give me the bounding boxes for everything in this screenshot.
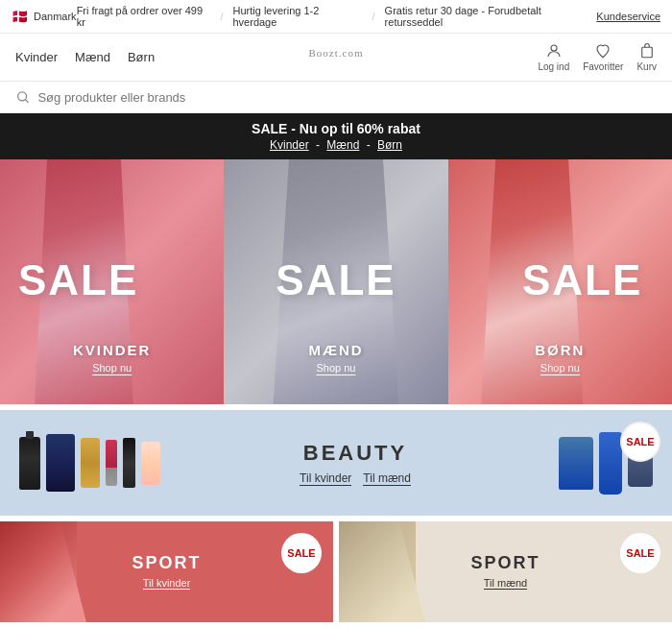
women-shop-link[interactable]: Shop nu xyxy=(92,362,132,375)
product-compact xyxy=(141,442,160,485)
hero-panel-women[interactable]: SALE KVINDER Shop nu xyxy=(0,159,224,404)
women-category: KVINDER xyxy=(73,342,152,358)
beauty-products-left xyxy=(0,434,230,492)
beauty-center: BEAUTY Til kvinder Til mænd xyxy=(230,441,480,486)
separator-2: / xyxy=(372,11,375,22)
cart-icon[interactable]: Kurv xyxy=(636,42,657,72)
product-mascara xyxy=(123,438,135,488)
kiehl-product xyxy=(559,437,593,490)
site-logo[interactable]: Boozt.com xyxy=(309,42,364,73)
beauty-links: Til kvinder Til mænd xyxy=(230,471,480,486)
svg-rect-1 xyxy=(641,47,652,58)
main-nav: Kvinder Mænd Børn xyxy=(15,50,155,64)
nav-women[interactable]: Kvinder xyxy=(15,50,58,64)
shipping-info: Fri fragt på ordrer over 499 kr xyxy=(77,5,211,28)
svg-point-0 xyxy=(551,45,557,51)
customer-service-link[interactable]: Kundeservice xyxy=(596,11,660,22)
children-category: BØRN xyxy=(535,342,585,358)
beauty-title: BEAUTY xyxy=(230,441,480,466)
hero-panel-men[interactable]: SALE MÆND Shop nu xyxy=(224,159,447,404)
men-panel-label: MÆND Shop nu xyxy=(308,342,363,375)
sale-link-men[interactable]: Mænd xyxy=(326,138,359,152)
separator-1: / xyxy=(220,11,223,22)
login-label: Log ind xyxy=(538,61,569,72)
blue-product-tall xyxy=(599,432,622,495)
children-panel-label: BØRN Shop nu xyxy=(535,342,585,375)
hero-section: SALE KVINDER Shop nu SALE MÆND Shop nu S… xyxy=(0,159,672,404)
header-icons: Log ind Favoritter Kurv xyxy=(538,42,657,72)
beauty-link-women[interactable]: Til kvinder xyxy=(300,471,351,486)
user-icon xyxy=(545,42,563,60)
sport-men-sub[interactable]: Til mænd xyxy=(484,577,527,590)
heart-icon xyxy=(594,42,612,60)
sport-men-badge: SALE xyxy=(620,533,660,573)
product-bottle-1 xyxy=(46,434,75,492)
product-bottle-gold xyxy=(81,438,100,488)
search-icon xyxy=(15,89,30,105)
sport-men-title: SPORT xyxy=(470,553,540,573)
svg-line-3 xyxy=(26,100,29,103)
flag-icon: 🇩🇰 xyxy=(12,9,28,24)
bag-icon xyxy=(638,42,656,60)
men-shop-link[interactable]: Shop nu xyxy=(316,362,355,375)
women-panel-label: KVINDER Shop nu xyxy=(73,342,152,375)
sale-banner-title: SALE - Nu op til 60% rabat xyxy=(8,121,664,136)
delivery-info: Hurtig levering 1-2 hverdage xyxy=(232,5,362,28)
beauty-section: BEAUTY Til kvinder Til mænd SALE xyxy=(0,410,672,516)
children-shop-link[interactable]: Shop nu xyxy=(540,362,580,375)
sale-banner-links: Kvinder - Mænd - Børn xyxy=(8,138,664,152)
top-bar-promo: Fri fragt på ordrer over 499 kr / Hurtig… xyxy=(77,5,597,28)
country-selector[interactable]: 🇩🇰 Danmark xyxy=(12,9,77,24)
product-lipstick xyxy=(106,440,117,486)
sport-men-text: SPORT Til mænd xyxy=(470,553,540,591)
search-bar xyxy=(0,82,672,113)
sale-link-children[interactable]: Børn xyxy=(377,138,402,152)
favorites-label: Favoritter xyxy=(583,61,623,72)
ysl-bottle xyxy=(19,437,40,490)
top-bar: 🇩🇰 Danmark Fri fragt på ordrer over 499 … xyxy=(0,0,672,34)
beauty-link-men[interactable]: Til mænd xyxy=(363,471,411,486)
return-info: Gratis retur 30 dage - Forudbetalt retur… xyxy=(385,5,597,28)
sport-section: SPORT Til kvinder SALE SPORT Til mænd SA… xyxy=(0,521,672,622)
sport-women-sub[interactable]: Til kvinder xyxy=(143,577,191,590)
sport-women-text: SPORT Til kvinder xyxy=(132,553,201,591)
sport-panel-women[interactable]: SPORT Til kvinder SALE xyxy=(0,521,333,622)
beauty-sale-badge: SALE xyxy=(620,422,660,462)
sport-women-title: SPORT xyxy=(132,553,201,573)
header: Kvinder Mænd Børn Boozt.com Log ind Favo… xyxy=(0,34,672,82)
nav-children[interactable]: Børn xyxy=(128,50,155,64)
nav-men[interactable]: Mænd xyxy=(75,50,110,64)
svg-point-2 xyxy=(18,92,27,101)
hero-panel-children[interactable]: SALE BØRN Shop nu xyxy=(448,159,672,404)
sale-link-women[interactable]: Kvinder xyxy=(270,138,309,152)
search-input[interactable] xyxy=(37,90,657,105)
sport-women-badge: SALE xyxy=(281,533,322,573)
sale-banner: SALE - Nu op til 60% rabat Kvinder - Mæn… xyxy=(0,113,672,159)
login-icon[interactable]: Log ind xyxy=(538,42,569,72)
men-category: MÆND xyxy=(308,342,363,358)
favorites-icon[interactable]: Favoritter xyxy=(583,42,623,72)
cart-label: Kurv xyxy=(636,61,657,72)
sport-panel-men[interactable]: SPORT Til mænd SALE xyxy=(339,521,672,622)
country-label: Danmark xyxy=(34,11,77,22)
